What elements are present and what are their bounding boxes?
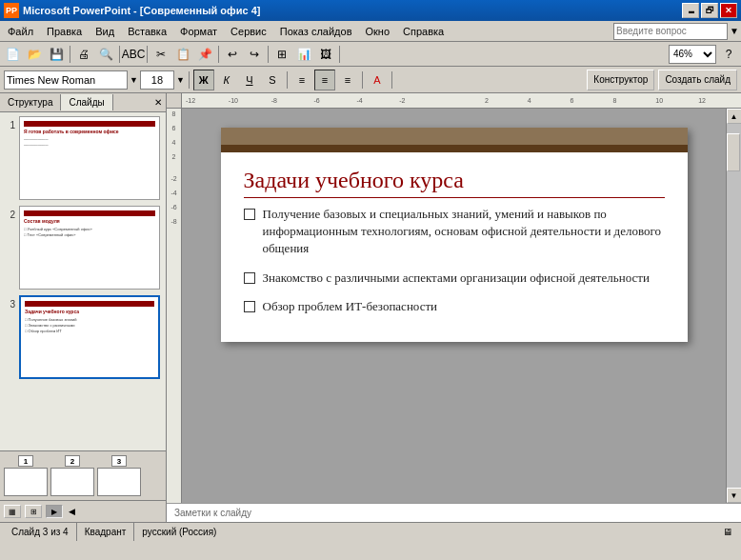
main-area: Структура Слайды ✕ 1 Я готов работать в … — [0, 93, 741, 522]
slide-tab-1[interactable]: 1 — [4, 455, 48, 496]
designer-button[interactable]: Конструктор — [587, 70, 654, 90]
open-button[interactable]: 📂 — [24, 44, 45, 65]
panel-expand-arrow[interactable]: ◀ — [69, 507, 75, 516]
toolbar-sep-6 — [339, 46, 340, 63]
normal-view-button[interactable]: ▦ — [4, 505, 21, 518]
scroll-thumb[interactable] — [727, 133, 740, 171]
slide-sorter-button[interactable]: ⊞ — [25, 505, 42, 518]
menu-file[interactable]: Файл — [2, 24, 39, 39]
text-color[interactable]: A — [367, 70, 388, 90]
slideshow-button[interactable]: ▶ — [46, 505, 63, 518]
undo-button[interactable]: ↩ — [222, 44, 243, 65]
slide-item-3[interactable]: 3 Задачи учебного курса □ Получение базо… — [4, 295, 162, 379]
ruler-tick-6: 6 — [571, 97, 613, 104]
align-right[interactable]: ≡ — [337, 70, 358, 90]
snt-num-3[interactable]: 3 — [111, 455, 127, 467]
menu-insert[interactable]: Вставка — [122, 24, 172, 39]
vertical-scrollbar[interactable]: ▲ ▼ — [726, 109, 741, 503]
notes-area[interactable]: Заметки к слайду — [167, 503, 741, 522]
zoom-select[interactable]: 46% — [669, 45, 716, 64]
snt-num-1[interactable]: 1 — [18, 455, 33, 467]
snt-num-2[interactable]: 2 — [65, 455, 80, 467]
bold-button[interactable]: Ж — [193, 70, 214, 90]
scroll-up-arrow[interactable]: ▲ — [727, 109, 742, 124]
font-size-selector[interactable] — [140, 70, 174, 90]
slide-tab-3[interactable]: 3 — [97, 455, 141, 496]
thumb-3-l2: □ Знакомство с различными — [25, 323, 154, 328]
redo-button[interactable]: ↪ — [244, 44, 265, 65]
insert-table[interactable]: ⊞ — [271, 44, 292, 65]
close-button[interactable]: ✕ — [720, 3, 737, 18]
font-selector[interactable] — [4, 70, 128, 90]
thumb-3-l1: □ Получение базовых знаний — [25, 317, 154, 322]
menu-view[interactable]: Вид — [90, 24, 120, 39]
menu-format[interactable]: Формат — [174, 24, 223, 39]
ruler-corner — [167, 93, 182, 109]
slide-tab-2[interactable]: 2 — [50, 455, 94, 496]
slide-content[interactable]: Задачи учебного курса Получение базовых … — [221, 128, 688, 342]
italic-button[interactable]: К — [216, 70, 237, 90]
scroll-down-arrow[interactable]: ▼ — [727, 488, 742, 503]
menu-help[interactable]: Справка — [397, 24, 450, 39]
tab-slides[interactable]: Слайды — [61, 94, 112, 110]
rv-8: 8 — [172, 110, 176, 117]
menu-edit[interactable]: Правка — [41, 24, 88, 39]
minimize-button[interactable]: 🗕 — [682, 3, 699, 18]
insert-chart[interactable]: 📊 — [293, 44, 314, 65]
font-dropdown[interactable]: ▼ — [130, 75, 138, 85]
new-button[interactable]: 📄 — [2, 44, 23, 65]
menu-window[interactable]: Окно — [360, 24, 396, 39]
restore-button[interactable]: 🗗 — [701, 3, 718, 18]
align-left[interactable]: ≡ — [291, 70, 312, 90]
title-bar: PP Microsoft PowerPoint - [Современный о… — [0, 0, 741, 21]
bullet-icon-3 — [244, 301, 255, 312]
copy-button[interactable]: 📋 — [172, 44, 193, 65]
slide-item-1[interactable]: 1 Я готов работать в современном офисе ─… — [4, 116, 162, 200]
bullet-icon-2 — [244, 272, 255, 284]
underline-button[interactable]: Ч — [239, 70, 260, 90]
window-controls[interactable]: 🗕 🗗 ✕ — [682, 3, 737, 18]
thumb-1-l1: ───────── — [24, 137, 155, 142]
scroll-track[interactable] — [727, 124, 741, 488]
cut-button[interactable]: ✂ — [150, 44, 171, 65]
status-icon-glyph: 🖥 — [723, 527, 732, 537]
ruler-tick-2: 2 — [485, 97, 528, 104]
bullet-text-1: Получение базовых и специальных знаний, … — [263, 206, 665, 258]
preview-button[interactable]: 🔍 — [95, 44, 116, 65]
left-panel: Структура Слайды ✕ 1 Я готов работать в … — [0, 93, 167, 522]
ruler-vertical: 8 6 4 2 -2 -4 -6 -8 — [167, 109, 182, 503]
slide-bullet-2: Знакомство с различными аспектами органи… — [244, 270, 665, 287]
thumb-3-title: Задачи учебного курса — [25, 309, 154, 315]
slide-thumb-3[interactable]: Задачи учебного курса □ Получение базовы… — [19, 295, 160, 379]
panel-close-button[interactable]: ✕ — [150, 95, 166, 110]
slide-info-text: Слайд 3 из 4 — [11, 527, 69, 537]
help-button[interactable]: ? — [718, 44, 739, 65]
slide-num-1: 1 — [4, 120, 15, 130]
main-slide-display: Задачи учебного курса Получение базовых … — [182, 109, 726, 503]
slide-bullet-3: Обзор проблем ИТ-безопасности — [244, 298, 665, 315]
slide-inner: Задачи учебного курса Получение базовых … — [221, 152, 688, 342]
menu-tools[interactable]: Сервис — [225, 24, 272, 39]
slides-list: 1 Я готов работать в современном офисе ─… — [0, 112, 166, 450]
ruler-tick-neg12: -12 — [186, 97, 229, 104]
slide-thumb-2[interactable]: Состав модуля □ Учебный курс «Современны… — [19, 206, 160, 290]
print-button[interactable]: 🖨 — [73, 44, 94, 65]
spell-button[interactable]: ABC — [123, 44, 144, 65]
thumb-1-title: Я готов работать в современном офисе — [24, 129, 155, 135]
save-button[interactable]: 💾 — [46, 44, 67, 65]
snt-thumb-2 — [50, 468, 94, 496]
insert-picture[interactable]: 🖼 — [315, 44, 336, 65]
status-bar: Слайд 3 из 4 Квадрант русский (Россия) 🖥 — [0, 522, 741, 541]
strikethrough-button[interactable]: S — [262, 70, 283, 90]
size-dropdown[interactable]: ▼ — [176, 75, 185, 85]
slide-thumb-1[interactable]: Я готов работать в современном офисе ───… — [19, 116, 160, 200]
align-center[interactable]: ≡ — [314, 70, 335, 90]
paste-button[interactable]: 📌 — [194, 44, 215, 65]
menu-slideshow[interactable]: Показ слайдов — [274, 24, 358, 39]
create-slide-button[interactable]: Создать слайд — [658, 70, 737, 90]
tab-outline[interactable]: Структура — [0, 94, 61, 110]
fmt-sep-3 — [362, 71, 363, 89]
help-input[interactable] — [613, 23, 728, 40]
slide-item-2[interactable]: 2 Состав модуля □ Учебный курс «Современ… — [4, 206, 162, 290]
ruler-tick-neg2: -2 — [399, 97, 442, 104]
